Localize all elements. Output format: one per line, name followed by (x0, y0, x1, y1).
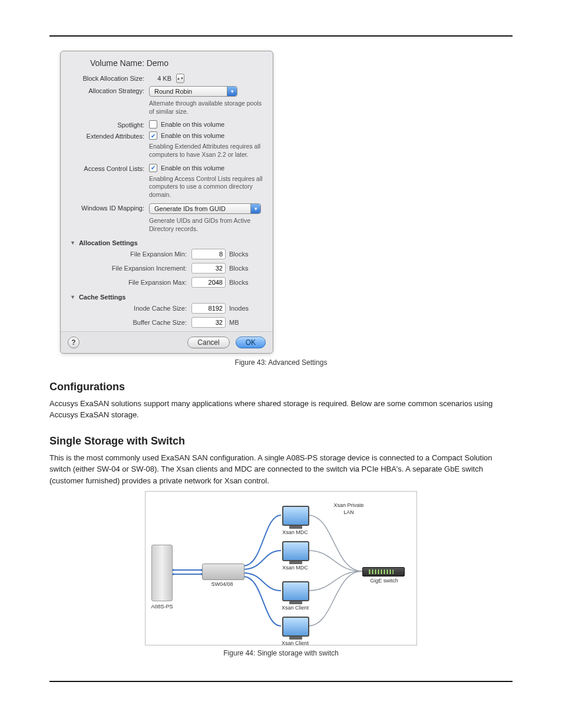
allocation-settings-group[interactable]: ▼ Allocation Settings (70, 239, 265, 246)
acl-help: Enabling Access Control Lists requires a… (149, 175, 265, 199)
ok-button[interactable]: OK (236, 337, 266, 348)
strategy-label: Allocation Strategy: (69, 86, 149, 94)
cancel-button[interactable]: Cancel (187, 337, 229, 348)
private-lan-label-1: Xsan Private (322, 502, 375, 508)
figure-44-caption: Figure 44: Single storage with switch (49, 649, 513, 657)
footer-rule (49, 681, 513, 682)
acl-checkbox[interactable]: ✔ (149, 164, 157, 172)
single-storage-heading: Single Storage with Switch (49, 435, 513, 447)
monitor-icon (282, 541, 309, 561)
strategy-select-control[interactable]: Round Robin (149, 86, 237, 97)
inode-label: Inode Cache Size: (81, 305, 187, 312)
private-lan-label-2: LAN (322, 509, 375, 515)
buffer-label: Buffer Cache Size: (81, 319, 187, 326)
network-diagram: A08S-PS SW04/08 Xsan MDC Xsan MDC Xsan C… (145, 491, 417, 645)
fe-incr-input[interactable] (191, 263, 226, 274)
fe-incr-unit: Blocks (229, 265, 265, 272)
fe-max-unit: Blocks (229, 279, 265, 286)
spotlight-option-text: Enable on this volume (161, 121, 224, 128)
winid-select[interactable]: Generate IDs from GUID ▾ (149, 203, 261, 214)
switch-icon (202, 564, 244, 580)
winid-label: Windows ID Mapping: (69, 203, 149, 212)
gige-switch-icon (362, 567, 405, 577)
cache-settings-group[interactable]: ▼ Cache Settings (70, 294, 265, 301)
block-size-value: 4 KB (149, 74, 174, 83)
volume-name-row: Volume Name: Demo (90, 58, 265, 68)
spotlight-label: Spotlight: (69, 120, 149, 129)
strategy-select[interactable]: Round Robin ▾ (149, 86, 237, 97)
raid-icon (151, 545, 173, 601)
inode-input[interactable] (191, 303, 226, 314)
acl-label: Access Control Lists: (69, 164, 149, 172)
buffer-input[interactable] (191, 317, 226, 328)
svg-marker-0 (173, 569, 176, 571)
volume-name-label: Volume Name: (90, 58, 144, 68)
strategy-help: Alternate through available storage pool… (149, 100, 265, 116)
disclosure-triangle-icon: ▼ (70, 240, 75, 246)
configurations-paragraph: Accusys ExaSAN solutions support many ap… (49, 398, 513, 421)
monitor-icon (282, 581, 309, 601)
monitor-icon (282, 617, 309, 637)
ext-attr-help: Enabling Extended Attributes requires al… (149, 143, 265, 159)
help-button[interactable]: ? (68, 337, 80, 348)
winid-help: Generate UIDs and GIDs from Active Direc… (149, 217, 265, 233)
svg-marker-1 (173, 573, 176, 575)
acl-option-text: Enable on this volume (161, 164, 224, 172)
block-size-stepper[interactable]: 4 KB ▲▼ (149, 74, 184, 83)
fe-min-unit: Blocks (229, 251, 265, 258)
cache-settings-title: Cache Settings (79, 294, 125, 301)
fe-min-input[interactable] (191, 249, 226, 259)
header-rule (49, 35, 513, 37)
mdc-label-2: Xsan MDC (272, 565, 319, 571)
ext-attr-option-text: Enable on this volume (161, 132, 224, 139)
volume-name-value: Demo (147, 58, 168, 68)
buffer-unit: MB (229, 319, 265, 326)
fe-incr-label: File Expansion Increment: (81, 265, 187, 272)
raid-label: A08S-PS (138, 604, 186, 610)
configurations-heading: Configurations (49, 381, 513, 393)
figure-43-caption: Figure 43: Advanced Settings (49, 358, 513, 367)
allocation-settings-title: Allocation Settings (79, 239, 138, 246)
stepper-arrows-icon[interactable]: ▲▼ (176, 74, 184, 83)
spotlight-checkbox[interactable] (149, 120, 157, 129)
block-size-label: Block Allocation Size: (69, 74, 149, 82)
ext-attr-checkbox[interactable]: ✔ (149, 131, 157, 140)
single-storage-paragraph: This is the most commonly used ExaSAN SA… (49, 452, 513, 487)
fe-max-input[interactable] (191, 277, 226, 288)
client-label-2: Xsan Client (272, 640, 319, 646)
inode-unit: Inodes (229, 305, 265, 312)
monitor-icon (282, 506, 309, 526)
winid-select-control[interactable]: Generate IDs from GUID (149, 203, 261, 214)
gige-switch-label: GigE switch (359, 578, 409, 584)
disclosure-triangle-icon: ▼ (70, 294, 75, 300)
client-label-1: Xsan Client (272, 605, 319, 611)
ext-attr-label: Extended Attributes: (69, 131, 149, 140)
advanced-settings-dialog: Volume Name: Demo Block Allocation Size:… (60, 51, 273, 354)
fe-min-label: File Expansion Min: (81, 251, 187, 258)
fe-max-label: File Expansion Max: (81, 279, 187, 286)
mdc-label-1: Xsan MDC (272, 529, 319, 535)
switch-label: SW04/08 (199, 581, 246, 587)
